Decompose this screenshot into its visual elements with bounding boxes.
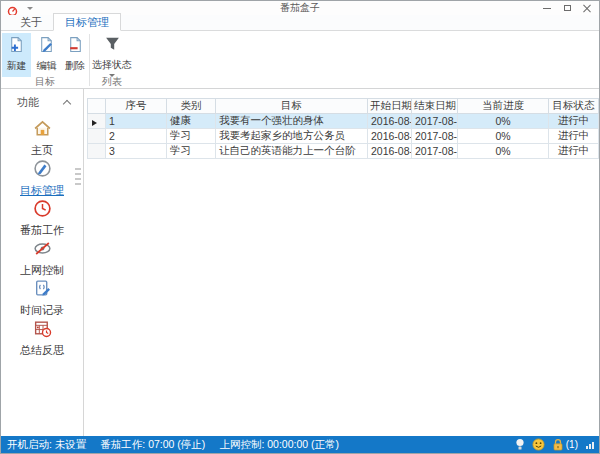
header-gutter (88, 99, 106, 114)
sidebar-item-label: 时间记录 (1, 303, 83, 318)
status-internet-control: 上网控制: 00:00:00 (正常) (219, 438, 339, 452)
sidebar-header: 功能 (1, 93, 83, 113)
cell-start[interactable]: 2016-08-21 (368, 129, 412, 144)
maximize-button[interactable] (557, 1, 577, 15)
sidebar-item-goal-management[interactable]: 目标管理 (1, 159, 83, 199)
cell-start[interactable]: 2016-08-21 (368, 144, 412, 159)
cell-category[interactable]: 学习 (167, 129, 216, 144)
table-row[interactable]: 1 健康 我要有一个强壮的身体 2016-08-21 2017-08-21 0%… (88, 114, 599, 129)
sidebar-item-tomato-work[interactable]: 番茄工作 (1, 199, 83, 239)
lock-count: (1) (566, 439, 578, 450)
app-window: 番茄盒子 关于 目标管理 新建 (0, 0, 600, 454)
sidebar-item-label: 主页 (1, 143, 83, 158)
chevron-up-icon[interactable] (63, 100, 71, 108)
status-tomato-work: 番茄工作: 07:00 (停止) (100, 438, 205, 452)
close-button[interactable] (577, 1, 597, 15)
ribbon: 新建 编辑 删除 (1, 31, 599, 89)
sidebar-item-label: 番茄工作 (1, 223, 83, 238)
new-doc-icon (8, 36, 25, 57)
tomato-clock-icon (33, 204, 52, 221)
sidebar-item-label: 上网控制 (1, 263, 83, 278)
sidebar-item-time-record[interactable]: 时间记录 (1, 279, 83, 319)
minimize-icon (543, 8, 551, 9)
row-gutter (88, 114, 106, 129)
cell-progress[interactable]: 0% (458, 114, 549, 129)
bulb-icon[interactable] (515, 438, 525, 451)
eye-off-icon (33, 244, 52, 261)
delete-doc-icon (67, 36, 84, 57)
new-button-label: 新建 (7, 59, 27, 73)
row-marker-icon (92, 120, 97, 126)
table-row[interactable]: 2 学习 我要考起家乡的地方公务员 2016-08-21 2017-08-21 … (88, 129, 599, 144)
column-header-category[interactable]: 类别 (167, 99, 216, 114)
status-icons: (1) (508, 436, 595, 453)
sidebar-splitter-grip[interactable] (75, 168, 83, 188)
home-icon (33, 124, 52, 141)
cell-end[interactable]: 2017-08-21 (412, 129, 458, 144)
row-gutter (88, 129, 106, 144)
cell-end[interactable]: 2017-08-21 (412, 114, 458, 129)
cell-status[interactable]: 进行中 (549, 129, 599, 144)
calendar-clock-icon (33, 324, 52, 341)
signal-bars-icon[interactable] (585, 440, 595, 450)
cell-seq[interactable]: 1 (106, 114, 167, 129)
new-button[interactable]: 新建 (2, 33, 31, 77)
edit-button-label: 编辑 (37, 59, 57, 73)
minimize-button[interactable] (537, 1, 557, 15)
cell-progress[interactable]: 0% (458, 129, 549, 144)
column-header-end[interactable]: 结束日期 (412, 99, 458, 114)
column-header-goal[interactable]: 目标 (216, 99, 368, 114)
smiley-icon[interactable] (532, 438, 545, 451)
column-header-status[interactable]: 目标状态 (549, 99, 599, 114)
tab-about[interactable]: 关于 (9, 14, 53, 30)
row-gutter (88, 144, 106, 159)
cell-category[interactable]: 学习 (167, 144, 216, 159)
cell-seq[interactable]: 2 (106, 129, 167, 144)
cell-status[interactable]: 进行中 (549, 114, 599, 129)
status-bar: 开机启动: 未设置 番茄工作: 07:00 (停止) 上网控制: 00:00:0… (1, 436, 599, 453)
sidebar-item-label: 总结反思 (1, 343, 83, 358)
ribbon-tab-row: 关于 目标管理 (1, 15, 599, 31)
sidebar-item-label: 目标管理 (1, 183, 83, 198)
cell-status[interactable]: 进行中 (549, 144, 599, 159)
filter-status-button[interactable]: 选择状态 (91, 33, 133, 77)
sidebar-item-summary-reflect[interactable]: 总结反思 (1, 319, 83, 359)
ribbon-group-separator (89, 34, 90, 86)
cell-progress[interactable]: 0% (458, 144, 549, 159)
cell-goal[interactable]: 让自己的英语能力上一个台阶 (216, 144, 368, 159)
edit-doc-icon (38, 36, 55, 57)
cell-goal[interactable]: 我要有一个强壮的身体 (216, 114, 368, 129)
status-startup: 开机启动: 未设置 (7, 438, 86, 452)
time-log-icon (33, 284, 52, 301)
lock-icon[interactable] (552, 438, 564, 451)
goals-table: 序号 类别 目标 开始日期 结束日期 当前进度 目标状态 1 健康 我要有一个强… (87, 98, 599, 159)
filter-status-label: 选择状态 (92, 58, 132, 72)
column-header-seq[interactable]: 序号 (106, 99, 167, 114)
table-row[interactable]: 3 学习 让自己的英语能力上一个台阶 2016-08-21 2017-08-21… (88, 144, 599, 159)
ribbon-group-list: 列表 (91, 76, 133, 88)
sidebar: 功能 主页 (1, 89, 84, 436)
column-header-progress[interactable]: 当前进度 (458, 99, 549, 114)
cell-end[interactable]: 2017-08-21 (412, 144, 458, 159)
cell-seq[interactable]: 3 (106, 144, 167, 159)
sidebar-items: 主页 目标管理 番茄工作 (1, 119, 83, 359)
cell-category[interactable]: 健康 (167, 114, 216, 129)
table-header-row: 序号 类别 目标 开始日期 结束日期 当前进度 目标状态 (88, 99, 599, 114)
filter-funnel-icon (104, 36, 121, 56)
sidebar-item-home[interactable]: 主页 (1, 119, 83, 159)
cell-goal[interactable]: 我要考起家乡的地方公务员 (216, 129, 368, 144)
edit-button[interactable]: 编辑 (32, 33, 61, 77)
sidebar-item-internet-control[interactable]: 上网控制 (1, 239, 83, 279)
cell-start[interactable]: 2016-08-21 (368, 114, 412, 129)
sidebar-header-label: 功能 (17, 95, 39, 110)
ribbon-group-goal: 目标 (2, 76, 88, 88)
tab-goal-management[interactable]: 目标管理 (53, 13, 121, 31)
delete-button[interactable]: 删除 (61, 33, 89, 77)
close-icon (583, 4, 591, 12)
column-header-start[interactable]: 开始日期 (368, 99, 412, 114)
window-controls (537, 1, 597, 15)
goal-compass-icon (33, 164, 52, 181)
maximize-icon (564, 5, 571, 11)
delete-button-label: 删除 (65, 59, 85, 73)
